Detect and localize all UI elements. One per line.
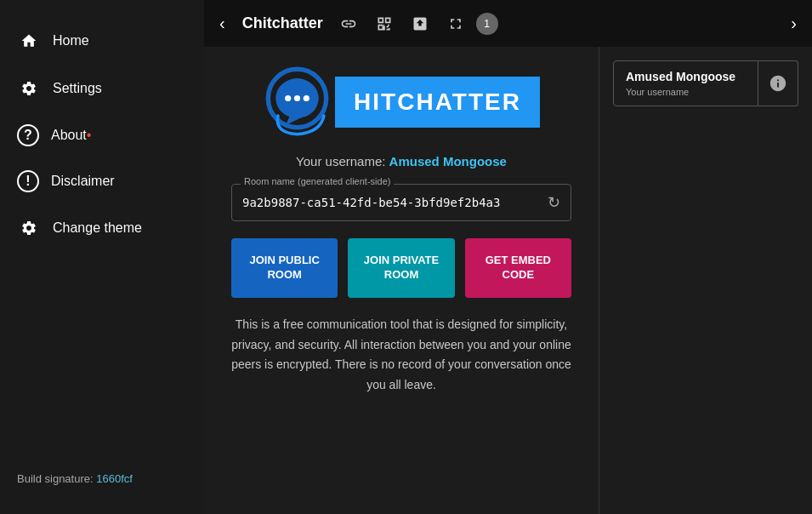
sidebar-label-change-theme: Change theme	[53, 220, 142, 236]
sidebar-label-settings: Settings	[53, 81, 102, 96]
description-text: This is a free communication tool that i…	[231, 315, 571, 396]
svg-point-3	[294, 95, 300, 101]
logo-text: HITCHATTER	[354, 89, 521, 116]
topbar: ‹ Chitchatter 1 ›	[204, 0, 812, 47]
build-signature-link[interactable]: 1660fcf	[96, 472, 133, 485]
content-area: HITCHATTER Your username: Amused Mongoos…	[204, 47, 812, 514]
sidebar-item-change-theme[interactable]: Change theme	[0, 204, 204, 252]
change-theme-icon	[17, 216, 41, 240]
center-panel: HITCHATTER Your username: Amused Mongoos…	[204, 47, 599, 514]
room-field-label: Room name (generated client-side)	[241, 176, 394, 186]
sidebar-label-disclaimer: Disclaimer	[51, 174, 115, 189]
logo-text-box: HITCHATTER	[335, 77, 540, 128]
join-private-room-button[interactable]: JOIN PRIVATE ROOM	[348, 238, 454, 298]
notification-badge[interactable]: 1	[476, 13, 498, 35]
main-panel: ‹ Chitchatter 1 ›	[204, 0, 812, 514]
sidebar-item-about[interactable]: ? About•	[0, 112, 204, 158]
svg-point-4	[304, 95, 309, 101]
disclaimer-icon: !	[17, 170, 39, 192]
about-icon: ?	[17, 124, 39, 146]
sidebar-label-about: About•	[51, 128, 91, 143]
back-arrow[interactable]: ‹	[213, 7, 232, 40]
refresh-icon[interactable]: ↻	[548, 193, 560, 212]
sidebar-item-disclaimer[interactable]: ! Disclaimer	[0, 158, 204, 204]
buttons-row: JOIN PUBLIC ROOM JOIN PRIVATE ROOM GET E…	[231, 238, 571, 298]
info-button[interactable]	[758, 60, 798, 106]
sidebar-item-settings[interactable]: Settings	[0, 65, 204, 112]
link-icon-btn[interactable]	[333, 9, 364, 39]
logo-container: HITCHATTER	[263, 64, 540, 140]
topbar-icons: 1	[333, 9, 785, 39]
username-card: Amused Mongoose Your username	[613, 60, 798, 106]
join-public-room-button[interactable]: JOIN PUBLIC ROOM	[231, 238, 338, 298]
room-name-field: Room name (generated client-side) 9a2b98…	[231, 184, 571, 221]
forward-arrow[interactable]: ›	[784, 7, 803, 40]
sidebar: Home Settings ? About• ! Disclaimer Chan…	[0, 0, 204, 514]
svg-point-2	[285, 95, 291, 101]
right-panel: Amused Mongoose Your username	[599, 47, 812, 514]
username-card-name: Amused Mongoose	[626, 70, 746, 83]
logo-icon	[263, 64, 339, 140]
build-signature: Build signature: 1660fcf	[0, 460, 204, 497]
username-value: Amused Mongoose	[389, 154, 507, 168]
settings-icon	[17, 77, 41, 100]
sidebar-item-home[interactable]: Home	[0, 17, 204, 65]
qr-icon-btn[interactable]	[369, 9, 400, 39]
username-display: Your username: Amused Mongoose	[296, 154, 507, 168]
get-embed-code-button[interactable]: GET EMBED CODE	[465, 238, 571, 298]
home-icon	[17, 29, 41, 53]
sidebar-label-home: Home	[53, 33, 89, 49]
export-icon-btn[interactable]	[405, 9, 435, 39]
fullscreen-icon-btn[interactable]	[440, 9, 471, 39]
room-name-value: 9a2b9887-ca51-42fd-be54-3bfd9ef2b4a3	[242, 196, 539, 209]
topbar-title: Chitchatter	[242, 14, 323, 32]
username-card-box: Amused Mongoose Your username	[613, 60, 758, 106]
username-card-label: Your username	[626, 87, 746, 97]
